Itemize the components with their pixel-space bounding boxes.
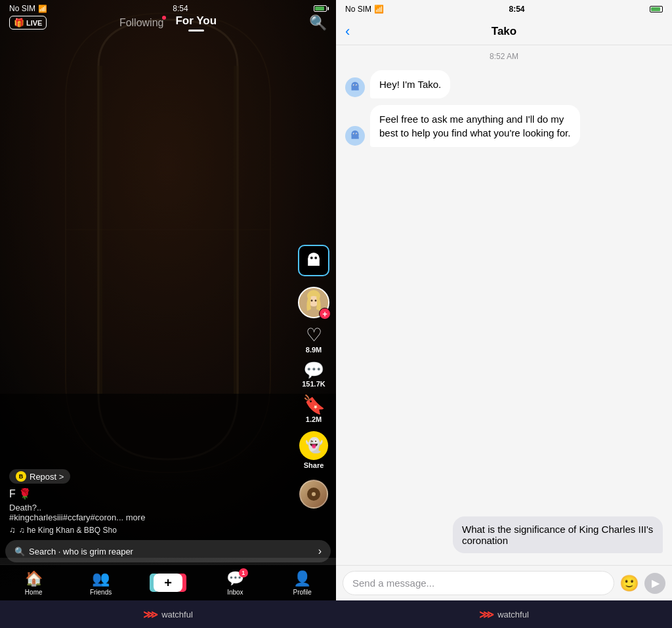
watchful-left: ⋙ watchful [0, 600, 336, 628]
watchful-label-right: watchful [497, 610, 529, 619]
signal-label: No SIM [9, 4, 35, 13]
repost-label: Repost > [30, 472, 64, 482]
comment-count: 151.7K [302, 380, 325, 388]
chat-input-area: Send a message... 🙂 ▶ [336, 565, 672, 600]
svg-point-8 [310, 257, 313, 259]
wifi-icon: 📶 [38, 5, 47, 13]
message-input[interactable]: Send a message... [343, 571, 614, 595]
music-info: ♫ ♫ he King Khan & BBQ Sho [9, 525, 293, 535]
like-count: 8.9M [306, 346, 322, 354]
time-label-left: 8:54 [173, 4, 188, 13]
inbox-badge: 1 [239, 568, 248, 577]
right-phone: No SIM 📶 8:54 ‹ Tako 8:52 AM [336, 0, 672, 600]
repost-icon: B [16, 471, 26, 482]
svg-point-16 [312, 492, 316, 496]
profile-icon: 👤 [293, 570, 311, 587]
svg-point-9 [314, 257, 317, 259]
emoji-button[interactable]: 🙂 [620, 574, 639, 593]
watchful-right: ⋙ watchful [336, 600, 672, 628]
music-note-icon: ♫ [9, 525, 16, 535]
gift-icon: 🎁 [14, 18, 24, 28]
repost-button[interactable]: B Repost > [9, 469, 70, 484]
friends-label: Friends [90, 589, 112, 596]
heart-icon: ♡ [306, 326, 322, 345]
signal-label-right: No SIM [345, 5, 371, 14]
like-button[interactable]: ♡ 8.9M [306, 326, 322, 354]
create-icon: + [154, 574, 182, 592]
svg-point-28 [356, 133, 357, 134]
follow-plus-badge[interactable]: + [319, 308, 331, 320]
battery-icon-left [314, 5, 327, 12]
time-label-right: 8:54 [509, 5, 524, 14]
svg-point-22 [356, 85, 357, 85]
music-title: ♫ he King Khan & BBQ Sho [19, 526, 117, 535]
chat-title: Tako [492, 25, 516, 38]
tab-friends[interactable]: 👥 Friends [83, 570, 119, 596]
message-row-2: Feel free to ask me anything and I'll do… [345, 105, 663, 147]
search-suggestion-bar[interactable]: 🔍 Search · who is grim reaper › [5, 540, 331, 562]
send-button[interactable]: ▶ [644, 573, 665, 594]
arrow-icon: › [318, 545, 322, 557]
user-query-row: What is the significance of King Charles… [453, 516, 663, 558]
svg-point-14 [315, 300, 317, 302]
share-label: Share [304, 461, 324, 469]
left-phone: No SIM 📶 8:54 🎁 LIVE Following [0, 0, 336, 600]
inbox-icon-container: 💬 1 [226, 570, 244, 587]
user-query-bubble: What is the significance of King Charles… [453, 516, 663, 553]
back-button[interactable]: ‹ [345, 23, 350, 40]
watchful-w-icon-right: ⋙ [479, 608, 494, 621]
sound-button[interactable] [299, 480, 328, 509]
input-placeholder: Send a message... [352, 577, 434, 589]
bottom-tab-bar: 🏠 Home 👥 Friends + 💬 1 Inbox 👤 [0, 564, 336, 600]
creator-name: F 🌹 [9, 488, 32, 500]
following-tab[interactable]: Following [119, 17, 164, 29]
live-badge[interactable]: 🎁 LIVE [9, 16, 47, 30]
search-icon-small: 🔍 [14, 547, 25, 556]
tako-avatar-2 [345, 126, 365, 146]
search-text: Search · who is grim reaper [29, 547, 133, 556]
status-bar-left: No SIM 📶 8:54 [0, 0, 336, 17]
snapchat-share-icon: 👻 [299, 431, 328, 460]
creator-avatar-ghost[interactable] [298, 245, 329, 276]
watchful-logo-right: ⋙ watchful [479, 608, 529, 621]
wifi-icon-right: 📶 [374, 5, 384, 14]
bookmark-count: 1.2M [306, 415, 322, 423]
watchful-w-icon-left: ⋙ [143, 608, 158, 621]
watchful-label-left: watchful [161, 610, 193, 619]
message-row-1: Hey! I'm Tako. [345, 70, 663, 98]
home-icon: 🏠 [25, 570, 43, 587]
status-bar-right: No SIM 📶 8:54 [336, 0, 672, 18]
chat-header: ‹ Tako [336, 18, 672, 45]
message-bubble-2: Feel free to ask me anything and I'll do… [370, 105, 580, 147]
tab-inbox[interactable]: 💬 1 Inbox [217, 570, 253, 596]
right-actions: + ♡ 8.9M 💬 151.7K 🔖 1.2M 👻 Share [298, 245, 329, 509]
tab-create[interactable]: + [150, 574, 186, 592]
watchful-footer: ⋙ watchful ⋙ watchful [0, 600, 672, 628]
chat-spacer [345, 154, 663, 516]
video-description: Death?.. #kingcharlesiii#ccfary#coron...… [9, 503, 293, 522]
share-button[interactable]: 👻 Share [299, 431, 328, 469]
battery-icon-right [650, 6, 663, 12]
tab-home[interactable]: 🏠 Home [16, 570, 52, 596]
bookmark-button[interactable]: 🔖 1.2M [303, 396, 326, 423]
profile-label: Profile [293, 589, 312, 596]
home-label: Home [25, 589, 43, 596]
avatar-container: + [298, 287, 329, 318]
message-timestamp: 8:52 AM [345, 52, 663, 61]
video-info: B Repost > F 🌹 Death?.. #kingcharlesiii#… [9, 469, 293, 535]
send-arrow-icon: ▶ [652, 577, 660, 589]
svg-point-27 [354, 133, 354, 134]
svg-point-21 [354, 85, 354, 85]
comment-button[interactable]: 💬 151.7K [302, 362, 325, 388]
chat-body: 8:52 AM Hey! I'm Tako. [336, 45, 672, 565]
watchful-logo-left: ⋙ watchful [143, 608, 193, 621]
message-bubble-1: Hey! I'm Tako. [370, 70, 450, 98]
friends-icon: 👥 [92, 570, 110, 587]
comment-icon: 💬 [303, 362, 324, 379]
bookmark-icon: 🔖 [303, 396, 326, 414]
svg-point-13 [311, 300, 313, 302]
inbox-label: Inbox [227, 589, 243, 596]
tako-avatar [345, 77, 365, 97]
tab-profile[interactable]: 👤 Profile [284, 570, 320, 596]
